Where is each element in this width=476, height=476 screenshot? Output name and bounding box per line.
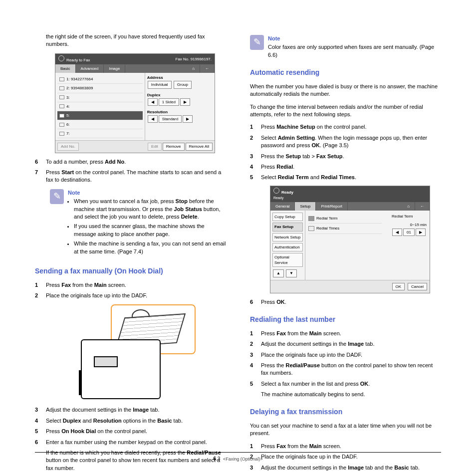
tab-print-report[interactable]: Print/Report [316, 202, 348, 211]
add-no-button[interactable]: Add No. [57, 143, 79, 150]
arrow-right-icon[interactable]: ▶ [180, 98, 190, 106]
individual-button[interactable]: Individual [148, 81, 172, 88]
fax-list-row[interactable]: 2: 9394863809 [57, 84, 143, 93]
ok-button[interactable]: OK [392, 283, 405, 290]
fax-list-row[interactable]: 3: [57, 93, 143, 102]
heading-auto-resend: Automatic resending [250, 68, 441, 78]
side-copy-setup[interactable]: Copy Setup [272, 213, 303, 221]
step-7: 7 Press Start on the control panel. The … [35, 169, 226, 184]
fax-no-label: Fax No. 919986197. [176, 56, 212, 62]
help-icon [58, 55, 64, 61]
heading-redial-last: Redialing the last number [250, 315, 441, 325]
note-text: Color faxes are only supported when faxe… [268, 43, 441, 59]
arrow-left-icon[interactable]: ◀ [148, 115, 158, 123]
page-number-minor: .3 [216, 456, 220, 462]
fax-list-row[interactable]: 6: [57, 120, 143, 129]
chapter-label: <Faxing (Optional)> [223, 457, 263, 462]
note-item: While the machine is sending a fax, you … [74, 240, 226, 255]
duplex-label: Duplex [147, 92, 213, 98]
note-title: Note [268, 35, 441, 42]
note-block: ✎ Note Color faxes are only supported wh… [250, 35, 441, 59]
side-authentication[interactable]: Authentication [272, 243, 303, 251]
arrow-right-icon[interactable]: ▶ [183, 115, 193, 123]
side-network-setup[interactable]: Network Setup [272, 233, 303, 241]
step-6: 6 To add a number, press Add No. [35, 158, 226, 166]
duplex-value: 1 Sided [159, 98, 179, 106]
toolbar-icon[interactable]: ← [415, 202, 430, 211]
tab-basic[interactable]: Basic [55, 64, 76, 73]
edit-button[interactable]: Edit [148, 143, 162, 150]
resolution-value: Standard [159, 115, 182, 123]
step-6-sub: If the number is which you have dialed r… [46, 449, 226, 472]
intro-text: the right side of the screen, if you hav… [46, 33, 226, 48]
note-item: When you want to cancel a fax job, press… [74, 198, 226, 221]
dadf-illustration [66, 304, 196, 399]
fax-list-row[interactable]: 1: 9342277664 [57, 75, 143, 84]
left-column: the right side of the screen, if you hav… [35, 30, 226, 444]
body-text: When the number you have dialed is busy … [250, 83, 441, 98]
help-icon [273, 188, 279, 194]
heading-on-hook-dial: Sending a fax manually (On Hook Dial) [35, 266, 226, 276]
step-sub: The machine automatically begins to send… [261, 391, 441, 398]
note-icon: ✎ [250, 35, 264, 50]
fax-list-row[interactable]: 4: [57, 102, 143, 111]
tab-setup[interactable]: Setup [295, 202, 316, 211]
resolution-label: Resolution [147, 109, 213, 115]
remove-button[interactable]: Remove [163, 143, 185, 150]
body-text: To change the time interval between redi… [250, 103, 441, 119]
fax-list-row[interactable]: 5: [57, 111, 143, 120]
note-icon: ✎ [50, 189, 64, 204]
tab-general[interactable]: General [270, 202, 295, 211]
heading-delay-fax: Delaying a fax transmission [250, 407, 441, 417]
toolbar-icon[interactable]: ⌂ [402, 202, 415, 211]
side-optional-service[interactable]: Optional Service [272, 253, 303, 267]
address-label: Address [147, 75, 213, 80]
toolbar-icon[interactable]: ⌂ [187, 64, 200, 73]
arrow-right-icon[interactable]: ▶ [416, 229, 426, 236]
note-item: If you used the scanner glass, the machi… [74, 223, 226, 238]
arrow-left-icon[interactable]: ◀ [148, 98, 158, 106]
toolbar-icon[interactable]: ← [200, 64, 215, 73]
tab-advanced[interactable]: Advanced [76, 64, 104, 73]
page-content: the right side of the screen, if you hav… [35, 30, 441, 444]
arrow-left-icon[interactable]: ◀ [392, 229, 402, 236]
option-redial-times[interactable]: Redial Times [308, 224, 382, 234]
fax-screen-thumbnail: Ready to Fax Fax No. 919986197. Basic Ad… [55, 53, 215, 153]
arrow-down-icon[interactable]: ▼ [286, 269, 297, 277]
note-title: Note [68, 189, 226, 197]
body-text: You can set your machine to send a fax a… [250, 422, 441, 438]
fax-list-row[interactable]: 7: [57, 129, 143, 138]
side-fax-setup[interactable]: Fax Setup [272, 223, 303, 231]
param-label: Redial Term [392, 214, 427, 219]
option-redial-term[interactable]: Redial Term [308, 214, 382, 224]
cancel-button[interactable]: Cancel [408, 283, 427, 290]
note-block: ✎ Note When you want to cancel a fax job… [50, 189, 226, 257]
param-range: 0~15 min [392, 222, 427, 228]
param-value: 01 [403, 229, 415, 236]
group-button[interactable]: Group [174, 81, 192, 88]
tab-image[interactable]: Image [104, 64, 125, 73]
ready-label: Ready to Fax [66, 58, 90, 62]
right-column: ✎ Note Color faxes are only supported wh… [250, 30, 441, 444]
arrow-up-icon[interactable]: ▲ [273, 269, 284, 277]
admin-screen-thumbnail: ReadyReady General Setup Print/Report ⌂ … [270, 186, 430, 293]
remove-all-button[interactable]: Remove All [186, 143, 213, 150]
